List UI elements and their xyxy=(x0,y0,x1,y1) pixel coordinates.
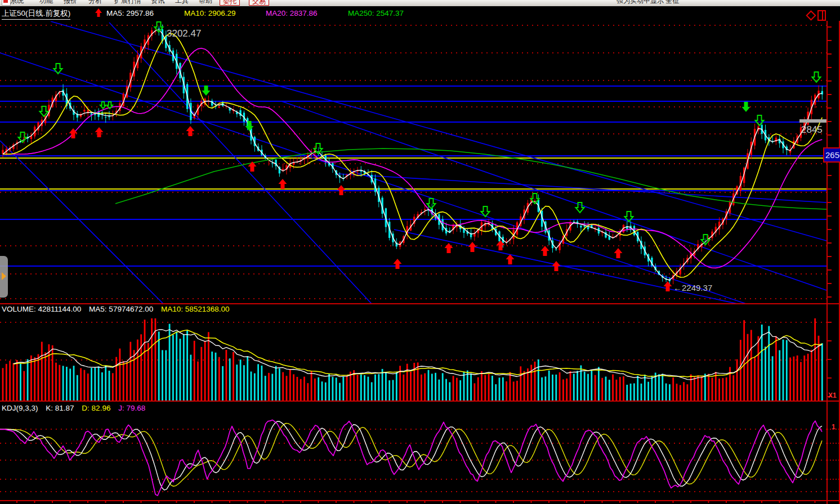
chart-title-bar: 上证50(日线.前复权) MA5: 2957.86 MA10: 2906.29 … xyxy=(0,6,840,21)
menu-item-news[interactable]: 资讯 xyxy=(151,0,164,6)
kdj-d-value: D: 82.96 xyxy=(82,404,110,412)
ma10-value: MA10: 2906.29 xyxy=(184,8,236,19)
up-arrow-icon xyxy=(95,8,102,20)
peak-price-label: 3202.47 xyxy=(167,28,201,39)
menu-item-tools[interactable]: 工具 xyxy=(175,0,189,6)
sidebar-expand-tab[interactable] xyxy=(0,256,8,298)
symbol-title: 上证50(日线.前复权) xyxy=(2,8,70,20)
ma5-value: MA5: 2957.86 xyxy=(106,8,154,19)
menu-item-extended[interactable]: 扩展行情 xyxy=(114,0,141,6)
volume-header: VOLUME: 42811144.00 MA5: 57974672.00 MA1… xyxy=(2,305,235,313)
menu-item-system[interactable]: 系统 xyxy=(10,0,24,6)
menu-item-analysis[interactable]: 分析 xyxy=(88,0,102,6)
ma250-value: MA250: 2547.37 xyxy=(348,8,404,19)
volume-ma5-value: MA5: 57974672.00 xyxy=(89,305,153,313)
menu-right-text: 强为实动中显示 全征 xyxy=(616,0,679,6)
app-icon[interactable] xyxy=(2,0,11,6)
axis-price-box: 2656 xyxy=(823,147,840,163)
chart-canvas[interactable] xyxy=(0,0,840,504)
diamond-icon[interactable] xyxy=(806,10,816,20)
order-button[interactable]: 委托 xyxy=(220,0,240,6)
menu-item-help[interactable]: 帮助 xyxy=(199,0,212,6)
volume-ma10-value: MA10: 58521368.00 xyxy=(161,305,230,313)
trade-button[interactable]: 交易 xyxy=(249,0,269,6)
kdj-axis-label: 1 xyxy=(832,423,835,431)
kdj-params: KDJ(9,3,3) xyxy=(2,404,38,412)
kdj-k-value: K: 81.87 xyxy=(46,404,74,412)
menu-item-quotes[interactable]: 报价 xyxy=(64,0,77,6)
price-marker-label: 2845 xyxy=(801,124,823,136)
kdj-header: KDJ(9,3,3) K: 81.87 D: 82.96 J: 79.68 xyxy=(2,404,145,412)
menu-item-function[interactable]: 功能 xyxy=(39,0,53,6)
ma20-value: MA20: 2837.86 xyxy=(266,8,318,19)
expand-arrow-icon xyxy=(2,272,6,280)
trough-price-label: ←2249.37 xyxy=(673,283,712,292)
volume-value: VOLUME: 42811144.00 xyxy=(2,305,81,313)
window-icon[interactable] xyxy=(817,10,826,21)
kdj-j-value: J: 79.68 xyxy=(118,404,145,412)
volume-axis-x1-label: X1 xyxy=(828,392,837,399)
trading-app-window: { "menu_bar": { "items": ["系统","功能","报价"… xyxy=(0,0,840,504)
